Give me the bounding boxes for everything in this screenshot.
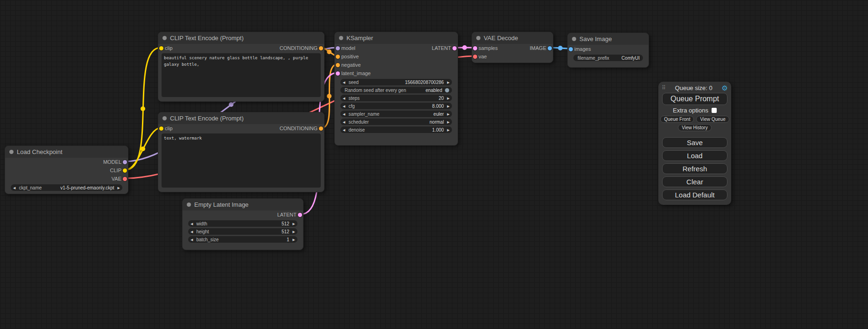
- arrow-left-icon[interactable]: ◀: [343, 112, 345, 116]
- node-clip-text-encode-positive[interactable]: CLIP Text Encode (Prompt) clip CONDITION…: [158, 32, 325, 102]
- arrow-right-icon[interactable]: ▶: [293, 230, 295, 233]
- collapse-toggle-icon[interactable]: [162, 116, 167, 120]
- widget-batch-size[interactable]: ◀ batch_size 1 ▶: [188, 236, 297, 243]
- node-title-bar[interactable]: CLIP Text Encode (Prompt): [158, 32, 324, 44]
- widget-cfg[interactable]: ◀ cfg 8.000 ▶: [340, 103, 452, 109]
- queue-front-button[interactable]: Queue Front: [660, 116, 694, 123]
- arrow-right-icon[interactable]: ▶: [447, 105, 450, 108]
- collapse-toggle-icon[interactable]: [9, 150, 14, 154]
- arrow-left-icon[interactable]: ◀: [191, 230, 193, 233]
- arrow-right-icon[interactable]: ▶: [118, 186, 120, 189]
- arrow-left-icon[interactable]: ◀: [191, 238, 193, 241]
- graph-canvas[interactable]: Load Checkpoint MODEL CLIP VAE ◀ ckpt_na…: [0, 0, 868, 329]
- widget-value: 1: [287, 237, 289, 242]
- settings-gear-icon[interactable]: ⚙: [722, 84, 728, 91]
- widget-ckpt-name[interactable]: ◀ ckpt_name v1-5-pruned-emaonly.ckpt ▶: [11, 184, 122, 191]
- widget-value: 20: [438, 96, 444, 101]
- input-slot-vae: vae: [472, 52, 553, 61]
- slot-dot-vae[interactable]: [123, 177, 127, 181]
- slot-dot-images[interactable]: [569, 47, 573, 51]
- arrow-right-icon[interactable]: ▶: [293, 238, 295, 241]
- arrow-right-icon[interactable]: ▶: [447, 120, 450, 124]
- node-title-bar[interactable]: Empty Latent Image: [183, 199, 303, 210]
- widget-name: filename_prefix: [578, 56, 619, 61]
- arrow-left-icon[interactable]: ◀: [191, 222, 193, 225]
- widget-denoise[interactable]: ◀ denoise 1.000 ▶: [340, 126, 452, 133]
- arrow-right-icon[interactable]: ▶: [447, 97, 450, 100]
- arrow-right-icon[interactable]: ▶: [447, 112, 450, 116]
- slot-dot-samples[interactable]: [473, 46, 477, 50]
- widget-random-seed-toggle[interactable]: Random seed after every gen enabled: [340, 87, 452, 93]
- node-title-bar[interactable]: KSampler: [335, 32, 458, 44]
- widget-scheduler[interactable]: ◀ scheduler normal ▶: [340, 119, 452, 125]
- view-queue-button[interactable]: View Queue: [696, 116, 729, 123]
- slot-dot-clip[interactable]: [123, 168, 127, 173]
- load-default-button[interactable]: Load Default: [662, 189, 727, 200]
- negative-prompt-textarea[interactable]: text, watermark: [162, 133, 321, 188]
- slot-dot-clip[interactable]: [159, 46, 163, 50]
- widget-name: ckpt_name: [19, 185, 57, 190]
- collapse-toggle-icon[interactable]: [476, 36, 480, 40]
- widget-height[interactable]: ◀ height 512 ▶: [188, 228, 297, 235]
- node-clip-text-encode-negative[interactable]: CLIP Text Encode (Prompt) clip CONDITION…: [158, 112, 325, 192]
- arrow-left-icon[interactable]: ◀: [343, 105, 345, 108]
- slot-dot-latent[interactable]: [298, 213, 302, 217]
- widget-width[interactable]: ◀ width 512 ▶: [188, 220, 297, 227]
- arrow-right-icon[interactable]: ▶: [447, 81, 450, 84]
- load-button[interactable]: Load: [662, 150, 727, 161]
- collapse-toggle-icon[interactable]: [572, 37, 576, 41]
- slot-dot-conditioning[interactable]: [336, 55, 340, 59]
- arrow-left-icon[interactable]: ◀: [343, 81, 345, 84]
- widget-filename-prefix[interactable]: filename_prefix ComfyUI: [573, 55, 643, 61]
- arrow-left-icon[interactable]: ◀: [13, 186, 15, 189]
- link-dot-clip-2: [141, 147, 145, 151]
- widget-value: normal: [430, 119, 444, 125]
- slot-dot-latent[interactable]: [336, 71, 340, 76]
- clear-button[interactable]: Clear: [662, 176, 727, 187]
- widget-steps[interactable]: ◀ steps 20 ▶: [340, 95, 452, 101]
- arrow-left-icon[interactable]: ◀: [343, 120, 345, 124]
- extra-options-checkbox[interactable]: [712, 108, 717, 113]
- positive-prompt-textarea[interactable]: beautiful scenery nature glass bottle la…: [162, 53, 321, 97]
- node-title-bar[interactable]: CLIP Text Encode (Prompt): [158, 112, 324, 124]
- widget-sampler-name[interactable]: ◀ sampler_name euler ▶: [340, 111, 452, 117]
- slot-dot-image[interactable]: [548, 46, 552, 50]
- node-ksampler[interactable]: KSampler model LATENT positive negative …: [334, 32, 458, 146]
- node-load-checkpoint[interactable]: Load Checkpoint MODEL CLIP VAE ◀ ckpt_na…: [5, 146, 128, 194]
- collapse-toggle-icon[interactable]: [162, 36, 167, 40]
- collapse-toggle-icon[interactable]: [187, 203, 191, 207]
- slot-dot-clip[interactable]: [159, 126, 163, 131]
- arrow-left-icon[interactable]: ◀: [343, 97, 345, 100]
- node-save-image[interactable]: Save Image images filename_prefix ComfyU…: [567, 33, 649, 68]
- slot-dot-conditioning[interactable]: [336, 63, 340, 67]
- slot-dot-latent[interactable]: [452, 46, 457, 50]
- slot-dot-model[interactable]: [336, 46, 340, 50]
- node-vae-decode[interactable]: VAE Decode samples IMAGE vae: [472, 32, 553, 63]
- toggle-dot-icon[interactable]: [445, 88, 449, 92]
- view-history-button[interactable]: View History: [678, 124, 711, 131]
- history-buttons-row: View History: [658, 124, 731, 131]
- slot-dot-model[interactable]: [123, 160, 127, 164]
- arrow-right-icon[interactable]: ▶: [447, 128, 450, 132]
- node-empty-latent-image[interactable]: Empty Latent Image LATENT ◀ width 512 ▶ …: [182, 198, 303, 250]
- slot-row-clip-conditioning: clip CONDITIONING: [158, 44, 324, 52]
- slot-dot-vae[interactable]: [473, 55, 477, 59]
- node-title-bar[interactable]: VAE Decode: [472, 32, 553, 44]
- node-title-bar[interactable]: Save Image: [568, 33, 649, 45]
- slot-label: CONDITIONING: [280, 45, 318, 51]
- drag-handle-icon[interactable]: ⠿: [662, 84, 666, 91]
- slot-dot-conditioning[interactable]: [319, 126, 323, 131]
- slot-dot-conditioning[interactable]: [319, 46, 323, 50]
- node-title-bar[interactable]: Load Checkpoint: [5, 146, 128, 158]
- refresh-button[interactable]: Refresh: [662, 163, 727, 174]
- slot-label: vae: [479, 54, 487, 59]
- save-button[interactable]: Save: [662, 137, 727, 148]
- widget-seed[interactable]: ◀ seed 156680208700286 ▶: [340, 79, 452, 85]
- input-slot-images: images: [568, 45, 649, 53]
- arrow-right-icon[interactable]: ▶: [293, 222, 295, 225]
- extra-options-label: Extra options: [673, 107, 708, 114]
- queue-prompt-button[interactable]: Queue Prompt: [662, 93, 727, 105]
- widget-name: height: [196, 229, 279, 234]
- collapse-toggle-icon[interactable]: [339, 36, 343, 40]
- arrow-left-icon[interactable]: ◀: [343, 128, 345, 132]
